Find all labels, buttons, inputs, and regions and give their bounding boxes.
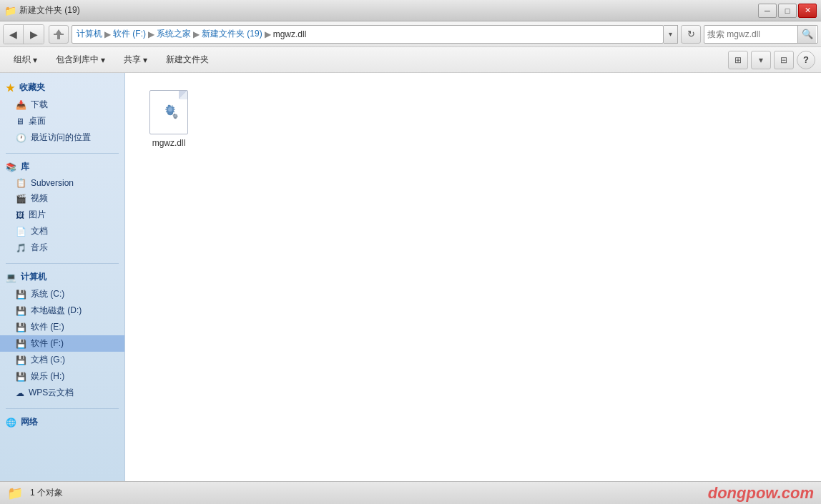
svg-rect-0 (54, 34, 64, 35)
sidebar-header-network[interactable]: 🌐 网络 (0, 413, 124, 431)
search-container: 🔍 (704, 25, 818, 44)
drive-e-icon: 💾 (16, 322, 26, 332)
sidebar-item-drive-f[interactable]: 💾 软件 (F:) (0, 335, 124, 352)
nav-buttons: ◀ ▶ (3, 24, 44, 44)
search-input[interactable] (704, 29, 797, 39)
view-dropdown-button[interactable]: ▾ (751, 51, 771, 69)
file-icon-container (146, 89, 192, 135)
sidebar-section-network: 🌐 网络 (0, 413, 124, 431)
status-folder-icon: 📁 (7, 485, 23, 501)
file-item-mgwz[interactable]: mgwz.dll (137, 84, 201, 153)
file-area: mgwz.dll (125, 73, 821, 481)
up-button[interactable] (49, 25, 69, 44)
documents-icon: 📄 (16, 227, 26, 237)
sidebar-item-documents[interactable]: 📄 文档 (0, 223, 124, 239)
help-button[interactable]: ? (797, 51, 815, 69)
subversion-icon: 📋 (16, 178, 26, 188)
network-icon: 🌐 (6, 417, 16, 428)
sidebar-library-label: 库 (21, 161, 29, 173)
music-icon: 🎵 (16, 243, 26, 253)
star-icon: ★ (6, 82, 15, 94)
window-folder-icon: 📁 (4, 5, 16, 16)
file-page (149, 90, 188, 134)
status-count: 1 个对象 (30, 487, 63, 499)
svg-rect-2 (57, 35, 60, 39)
address-bar: ◀ ▶ 计算机 ▶ 软件 (F:) ▶ 系统之家 ▶ 新建文件夹 (19) ▶ … (0, 21, 821, 47)
sidebar-item-desktop[interactable]: 🖥 桌面 (0, 113, 124, 129)
sidebar-network-label: 网络 (21, 416, 38, 428)
status-bar: 📁 1 个对象 dongpow.com (0, 481, 821, 504)
sidebar-item-wps-cloud[interactable]: ☁ WPS云文档 (0, 385, 124, 401)
sidebar-header-favorites[interactable]: ★ 收藏夹 (0, 79, 124, 97)
title-bar-left: 📁 新建文件夹 (19) (4, 4, 80, 16)
drive-c-icon: 💾 (16, 290, 26, 300)
sidebar-header-library[interactable]: 📚 库 (0, 158, 124, 176)
back-button[interactable]: ◀ (4, 25, 24, 44)
dll-icon (153, 97, 185, 128)
drive-d-icon: 💾 (16, 306, 26, 316)
divider-3 (6, 408, 119, 409)
toolbar-right: ⊞ ▾ ⊟ ? (728, 51, 815, 69)
preview-button[interactable]: ⊟ (774, 51, 794, 69)
video-icon: 🎬 (16, 194, 26, 204)
desktop-icon: 🖥 (16, 117, 24, 127)
download-icon: 📥 (16, 100, 26, 110)
divider-2 (6, 263, 119, 264)
divider-1 (6, 153, 119, 154)
organize-button[interactable]: 组织 ▾ (6, 51, 45, 69)
svg-marker-1 (56, 29, 62, 34)
sidebar-favorites-label: 收藏夹 (19, 81, 45, 94)
breadcrumb-folder1[interactable]: 系统之家 (157, 28, 191, 40)
main-area: ★ 收藏夹 📥 下载 🖥 桌面 🕐 最近访问的位置 📚 库 (0, 73, 821, 481)
sidebar-header-computer[interactable]: 💻 计算机 (0, 268, 124, 286)
library-icon: 📚 (6, 162, 16, 172)
sidebar-item-drive-g[interactable]: 💾 文档 (G:) (0, 352, 124, 368)
sidebar-item-download[interactable]: 📥 下载 (0, 97, 124, 113)
breadcrumb-bar[interactable]: 计算机 ▶ 软件 (F:) ▶ 系统之家 ▶ 新建文件夹 (19) ▶ mgwz… (72, 25, 664, 44)
sidebar-item-drive-c[interactable]: 💾 系统 (C:) (0, 286, 124, 302)
maximize-button[interactable]: □ (778, 4, 797, 18)
refresh-button[interactable]: ↻ (681, 25, 701, 44)
search-button[interactable]: 🔍 (797, 26, 816, 43)
pictures-icon: 🖼 (16, 210, 24, 220)
sidebar-item-subversion[interactable]: 📋 Subversion (0, 176, 124, 190)
svg-point-6 (174, 114, 177, 117)
computer-icon: 💻 (6, 272, 16, 282)
forward-button[interactable]: ▶ (24, 25, 44, 44)
minimize-button[interactable]: ─ (758, 4, 777, 18)
new-folder-button[interactable]: 新建文件夹 (158, 51, 217, 69)
title-controls: ─ □ ✕ (758, 4, 817, 18)
sidebar-section-computer: 💻 计算机 💾 系统 (C:) 💾 本地磁盘 (D:) 💾 软件 (E:) 💾 … (0, 268, 124, 401)
breadcrumb-current: mgwz.dll (273, 29, 307, 39)
sidebar-item-recent[interactable]: 🕐 最近访问的位置 (0, 129, 124, 146)
toolbar: 组织 ▾ 包含到库中 ▾ 共享 ▾ 新建文件夹 ⊞ ▾ ⊟ ? (0, 47, 821, 73)
watermark: dongpow.com (708, 484, 814, 503)
sidebar-item-pictures[interactable]: 🖼 图片 (0, 207, 124, 223)
breadcrumb-drive[interactable]: 软件 (F:) (113, 28, 146, 40)
breadcrumb-folder2[interactable]: 新建文件夹 (19) (202, 28, 262, 40)
sidebar-computer-label: 计算机 (21, 271, 46, 283)
window-title: 新建文件夹 (19) (19, 4, 80, 16)
file-name: mgwz.dll (152, 138, 186, 148)
view-icon-button[interactable]: ⊞ (728, 51, 748, 69)
sidebar-section-favorites: ★ 收藏夹 📥 下载 🖥 桌面 🕐 最近访问的位置 (0, 79, 124, 146)
svg-point-4 (168, 107, 173, 112)
share-button[interactable]: 共享 ▾ (116, 51, 155, 69)
wps-cloud-icon: ☁ (16, 388, 24, 398)
sidebar-item-music[interactable]: 🎵 音乐 (0, 239, 124, 256)
breadcrumb-dropdown[interactable]: ▾ (664, 25, 678, 44)
drive-f-icon: 💾 (16, 339, 26, 349)
breadcrumb-container: 计算机 ▶ 软件 (F:) ▶ 系统之家 ▶ 新建文件夹 (19) ▶ mgwz… (72, 25, 678, 44)
close-button[interactable]: ✕ (798, 4, 817, 18)
title-bar: 📁 新建文件夹 (19) ─ □ ✕ (0, 0, 821, 21)
sidebar-item-video[interactable]: 🎬 视频 (0, 190, 124, 207)
drive-g-icon: 💾 (16, 355, 26, 365)
sidebar: ★ 收藏夹 📥 下载 🖥 桌面 🕐 最近访问的位置 📚 库 (0, 73, 125, 481)
sidebar-item-drive-h[interactable]: 💾 娱乐 (H:) (0, 368, 124, 385)
sidebar-item-drive-e[interactable]: 💾 软件 (E:) (0, 319, 124, 335)
include-library-button[interactable]: 包含到库中 ▾ (48, 51, 113, 69)
recent-icon: 🕐 (16, 133, 26, 143)
breadcrumb-computer[interactable]: 计算机 (77, 28, 102, 40)
sidebar-item-drive-d[interactable]: 💾 本地磁盘 (D:) (0, 302, 124, 319)
sidebar-section-library: 📚 库 📋 Subversion 🎬 视频 🖼 图片 📄 文档 🎵 音乐 (0, 158, 124, 256)
